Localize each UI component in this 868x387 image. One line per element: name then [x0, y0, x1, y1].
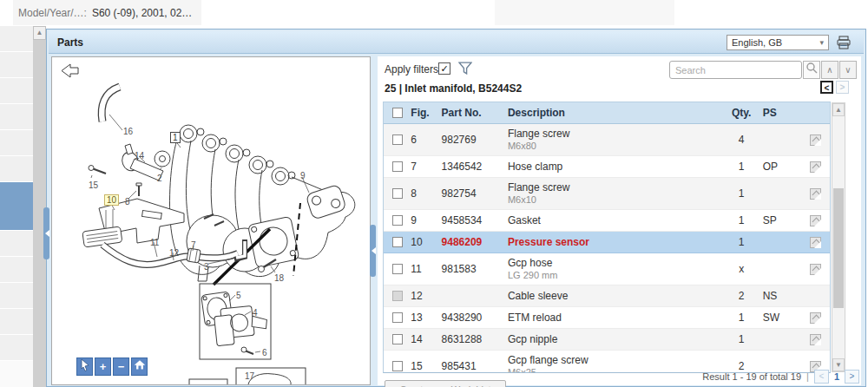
row-checkbox[interactable]	[392, 134, 403, 145]
pointer-tool-button[interactable]	[76, 357, 93, 376]
search-next-button[interactable]: ∨	[839, 61, 857, 79]
zoom-in-button[interactable]: +	[95, 357, 111, 376]
scroll-up-icon[interactable]: ▲	[33, 26, 46, 40]
apply-filters-checkbox[interactable]: ✓	[438, 62, 450, 75]
nav-item-selected[interactable]	[0, 182, 33, 231]
print-button[interactable]	[834, 34, 853, 51]
col-fig: Fig.	[411, 107, 441, 119]
search-button[interactable]	[803, 61, 820, 79]
model-year-field[interactable]: Model/Year/…: S60 (-09), 2001, 02…	[13, 0, 201, 25]
part-callout-10[interactable]: 10	[104, 194, 119, 206]
note-icon[interactable]	[810, 161, 821, 173]
row-checkbox[interactable]	[392, 237, 403, 247]
page-number[interactable]: 1	[834, 371, 839, 382]
nav-item[interactable]	[0, 156, 33, 182]
scrollbar-thumb[interactable]	[833, 188, 844, 308]
parts-list-panel: Apply filters ✓ ∧ ∨ 25 | Inle	[378, 56, 861, 385]
col-qty: Qty.	[720, 107, 763, 119]
row-checkbox[interactable]	[392, 361, 403, 371]
prev-figure-button[interactable]: <	[820, 81, 833, 94]
back-arrow-icon	[62, 64, 78, 77]
home-button[interactable]	[131, 357, 148, 376]
page-prev-button[interactable]: <	[814, 370, 829, 384]
pagination: Result 1 - 19 of total 19 | < 1 >	[702, 369, 859, 384]
table-row[interactable]: 6982769Flange screwM6x804	[384, 124, 830, 156]
note-icon[interactable]	[810, 312, 821, 324]
left-nav-list[interactable]	[0, 26, 33, 387]
note-icon[interactable]	[810, 237, 821, 248]
row-checkbox[interactable]	[392, 215, 403, 226]
nav-item[interactable]	[0, 52, 33, 78]
next-figure-button[interactable]: >	[836, 81, 849, 94]
left-splitter-handle[interactable]	[43, 207, 49, 259]
filter-funnel-icon[interactable]	[458, 62, 472, 77]
col-ps: PS	[763, 107, 801, 119]
top-bar: Model/Year/…: S60 (-09), 2001, 02…	[0, 0, 868, 26]
cell-fig: 6	[411, 134, 441, 146]
nav-item[interactable]	[0, 283, 33, 309]
table-row[interactable]: 109486209Pressure sensor1	[384, 232, 830, 253]
table-row[interactable]: 12Cable sleeve2NS	[384, 285, 830, 307]
language-select[interactable]: English, GB ▾	[727, 35, 829, 50]
scroll-up-icon[interactable]: ▲	[832, 103, 845, 116]
diagram-viewer[interactable]: 1614152191081112731854617 + −	[51, 56, 371, 385]
row-checkbox[interactable]	[392, 291, 403, 301]
table-row[interactable]: 139438290ETM reload1SW	[384, 307, 830, 329]
table-row[interactable]: 99458534Gasket1SP	[384, 210, 830, 232]
select-all-checkbox[interactable]	[392, 108, 403, 118]
part-callout-5: 5	[236, 291, 241, 300]
table-row[interactable]: 148631288Gcp nipple1	[384, 329, 830, 351]
row-checkbox[interactable]	[392, 312, 403, 323]
table-row[interactable]: 11981583Gcp hoseLG 290 mmx	[384, 253, 830, 285]
window-title: Parts	[57, 36, 83, 49]
note-icon[interactable]	[810, 264, 821, 275]
nav-item[interactable]	[0, 130, 33, 156]
note-icon[interactable]	[810, 334, 821, 345]
table-scrollbar[interactable]: ▲ ▼	[832, 102, 845, 372]
cell-part-no: 9458534	[442, 214, 508, 226]
cell-fig: 10	[411, 236, 441, 248]
nav-item[interactable]	[0, 257, 33, 283]
part-callout-9: 9	[300, 171, 306, 180]
top-placeholder-field[interactable]	[495, 0, 674, 25]
nav-item[interactable]	[0, 309, 33, 335]
note-icon[interactable]	[810, 134, 821, 146]
table-row[interactable]: 8982754Flange screwM6x101	[384, 178, 830, 210]
row-checkbox[interactable]	[392, 334, 403, 344]
nav-item[interactable]	[0, 335, 33, 361]
cell-qty: 1	[720, 333, 763, 345]
zoom-out-button[interactable]: −	[113, 357, 129, 376]
cell-qty: 1	[720, 236, 763, 248]
cell-description: Gasket	[508, 214, 720, 227]
cell-part-no: 981583	[442, 263, 508, 275]
parts-table: Fig. Part No. Description Qty. PS 698276…	[383, 102, 831, 373]
note-icon[interactable]	[810, 215, 821, 226]
nav-item[interactable]	[0, 78, 33, 104]
create-work-list-button[interactable]: Create new Work List	[385, 380, 506, 387]
table-header: Fig. Part No. Description Qty. PS	[384, 102, 830, 124]
part-callout-17: 17	[245, 371, 254, 381]
page-next-button[interactable]: >	[845, 370, 859, 384]
cell-ps: SP	[763, 214, 801, 226]
part-callout-4: 4	[253, 308, 258, 318]
cell-qty: 1	[720, 187, 763, 200]
cell-description: Gcp flange screw	[508, 354, 720, 367]
table-row[interactable]: 71346542Hose clamp1OP	[384, 156, 830, 178]
left-nav-scrollbar[interactable]: ▲	[33, 26, 46, 387]
cell-description: Cable sleeve	[508, 290, 720, 303]
cell-qty: 1	[720, 161, 763, 173]
cell-ps: NS	[763, 290, 801, 302]
row-checkbox[interactable]	[392, 161, 403, 172]
nav-item[interactable]	[0, 26, 33, 52]
search-input[interactable]	[669, 61, 802, 79]
nav-item[interactable]	[0, 104, 33, 130]
note-icon[interactable]	[810, 188, 821, 200]
language-select-value: English, GB	[732, 37, 782, 48]
nav-item[interactable]	[0, 231, 33, 257]
panel-splitter-handle[interactable]	[370, 225, 376, 277]
search-prev-button[interactable]: ∧	[821, 61, 838, 79]
cell-description: Pressure sensor	[508, 236, 720, 249]
row-checkbox[interactable]	[392, 188, 403, 199]
cell-description-sub: M6x10	[508, 194, 720, 207]
row-checkbox[interactable]	[392, 264, 403, 274]
